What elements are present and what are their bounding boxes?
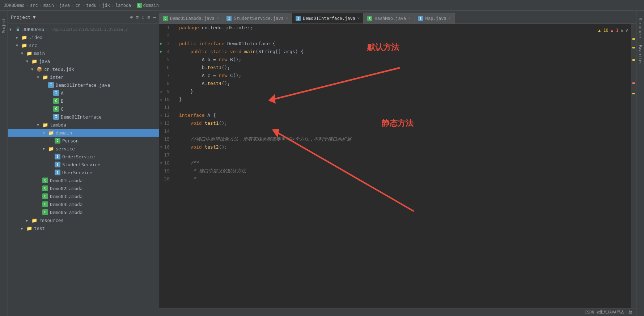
tab-demo05lambda[interactable]: CDemo05Lambda.java× (159, 13, 223, 24)
run-btn-4[interactable]: ▶ (160, 48, 162, 56)
breadcrumb-item-jdk8demo[interactable]: JDK8Demo (4, 3, 25, 8)
breadcrumb-item-tedu[interactable]: tedu (86, 3, 97, 8)
fold-btn-9[interactable]: ⊟ (160, 87, 162, 95)
tab-label-hashmap: HashMap.java (374, 16, 406, 21)
sidebar-header-icons: ⊕ ≡ ↕ ⚙ — (130, 14, 156, 20)
breadcrumb-item-main[interactable]: main (43, 3, 54, 8)
tree-item-resources-folder[interactable]: ▶📁resources (8, 216, 159, 224)
sidebar-icon-settings[interactable]: ⚙ (147, 14, 150, 20)
tree-item-demo04lambda[interactable]: CDemo04Lambda (8, 200, 159, 208)
tree-item-c-class[interactable]: CC (8, 105, 159, 113)
tree-item-b-class[interactable]: CB (8, 97, 159, 105)
tree-item-lambda-folder[interactable]: ▼📁lambda (8, 121, 159, 129)
tree-item-test-folder[interactable]: ▶📁test (8, 224, 159, 232)
line-num-19: 19 (159, 167, 173, 175)
tab-close-demo05lambda[interactable]: × (217, 16, 219, 21)
tree-label-service-folder: service (56, 146, 75, 151)
tree-arrow-jdk8demo-root: ▼ (9, 27, 14, 31)
sidebar-title: Project ▼ (11, 14, 36, 20)
sidebar-icon-collapse[interactable]: ≡ (136, 14, 139, 20)
tab-demo01interface[interactable]: IDemo01Interface.java× (292, 13, 364, 24)
tree-icon-orderservice: I (54, 154, 61, 159)
favorites-vtab[interactable]: Favorites (638, 45, 642, 64)
code-line-17 (179, 151, 627, 159)
sidebar-icon-scope[interactable]: ⊕ (130, 14, 133, 20)
tree-item-service-folder[interactable]: ▼📁service (8, 145, 159, 153)
annotation-static: 静态方法 (382, 118, 414, 129)
tab-map[interactable]: IMap.java× (415, 13, 455, 24)
tree-item-idea-folder[interactable]: ▶📁.idea (8, 33, 159, 41)
tree-item-demo03lambda[interactable]: CDemo03Lambda (8, 192, 159, 200)
tab-close-studentservice[interactable]: × (286, 16, 288, 21)
tree-item-demo01interface-java[interactable]: IDemo01Interface.java (8, 81, 159, 89)
line-num-1: 1 (159, 24, 173, 32)
tree-label-idea-folder: .idea (29, 35, 43, 40)
structure-vtab[interactable]: Structure (638, 18, 642, 38)
tree-arrow-idea-folder: ▶ (16, 35, 21, 39)
tree-item-a-class[interactable]: IA (8, 89, 159, 97)
tab-close-map[interactable]: × (449, 16, 451, 21)
tree-item-studentservice[interactable]: IStudentService (8, 161, 159, 168)
tree-icon-studentservice: I (54, 162, 61, 167)
tab-studentservice[interactable]: IStudentService.java× (223, 13, 292, 24)
tab-close-demo01interface[interactable]: × (357, 16, 360, 21)
tree-label-b-class: B (61, 98, 64, 104)
tree-icon-lambda-folder: 📁 (42, 122, 48, 128)
sidebar-icon-sort[interactable]: ↕ (142, 14, 145, 20)
project-dropdown-arrow[interactable]: ▼ (33, 14, 36, 20)
tree-item-inter-folder[interactable]: ▼📁inter (8, 73, 159, 81)
tree-item-main-folder[interactable]: ▼📁main (8, 49, 159, 57)
editor-area: ▲ 10 ▲ 1 ∧ ∨ 12▶3▶45678⊟9⊟1011⊡12⊡131415… (159, 24, 636, 316)
code-content: package cn.tedu.jdk.inter; public interf… (175, 24, 631, 183)
tree-icon-domain-folder: 📁 (48, 130, 54, 136)
tree-extra-jdk8demo-root: F:\Application\IDEA2021.1.3\Idea.y (46, 27, 128, 32)
code-line-11 (179, 103, 627, 111)
main-layout: Project Project ▼ ⊕ ≡ ↕ ⚙ — ▼🖥JDK8DemoF:… (0, 11, 644, 316)
breadcrumb-item-src[interactable]: src (30, 3, 38, 8)
right-vtabs: Structure Favorites (636, 11, 644, 316)
code-area[interactable]: package cn.tedu.jdk.inter; public interf… (175, 24, 631, 308)
fold-btn-10[interactable]: ⊟ (160, 95, 162, 103)
fold-btn-16[interactable]: ⊡ (160, 143, 162, 151)
tree-icon-idea-folder: 📁 (21, 34, 27, 40)
tree-item-demo02lambda[interactable]: CDemo02Lambda (8, 184, 159, 192)
tree-item-src-folder[interactable]: ▼📁src (8, 41, 159, 49)
scrollbar-right[interactable] (631, 24, 636, 308)
tab-close-hashmap[interactable]: × (408, 16, 411, 21)
run-btn-3[interactable]: ▶ (160, 40, 162, 48)
sidebar-vtab-label[interactable]: Project (2, 18, 6, 33)
tab-icon-map: I (418, 16, 423, 21)
tree-icon-demo01interface: I (53, 114, 59, 120)
tree-item-demo05lambda[interactable]: CDemo05Lambda (8, 208, 159, 216)
code-line-2 (179, 32, 627, 40)
tree-item-jdk8demo-root[interactable]: ▼🖥JDK8DemoF:\Application\IDEA2021.1.3\Id… (8, 25, 159, 33)
tree-icon-a-class: I (53, 90, 59, 96)
code-line-10: } (179, 95, 627, 103)
bottom-bar: CSDN @北京JAVA码农一枚 (159, 308, 636, 316)
tree-item-domain-folder[interactable]: ▼📁domain (8, 129, 159, 137)
fold-btn-18[interactable]: ⊟ (160, 159, 162, 167)
breadcrumb-item-domain[interactable]: domain (143, 3, 159, 8)
line-num-8: 8 (159, 80, 173, 87)
tree-label-resources-folder: resources (39, 218, 64, 223)
tree-item-userservice[interactable]: IUserService (8, 168, 159, 176)
breadcrumb-item-jdk[interactable]: jdk (102, 3, 110, 8)
tree-item-demo01lambda[interactable]: CDemo01Lambda (8, 176, 159, 184)
tab-hashmap[interactable]: CHashMap.java× (364, 13, 414, 24)
code-line-15: //接口中新增抽象方法，所有实现类都需要重写这个方法，不利于接口的扩展 (179, 135, 627, 143)
tree-item-person-class[interactable]: CPerson (8, 137, 159, 145)
tree-item-cn-tedu-jdk[interactable]: ▼📦cn.tedu.jdk (8, 65, 159, 73)
breadcrumb-item-lambda[interactable]: lambda (115, 3, 131, 8)
breadcrumb-item-cn[interactable]: cn (75, 3, 80, 8)
tree-label-demo02lambda: Demo02Lambda (50, 186, 82, 191)
tree-item-demo01interface[interactable]: IDemo01Interface (8, 113, 159, 121)
line-num-20: 20 (159, 175, 173, 183)
fold-btn-12[interactable]: ⊡ (160, 111, 162, 119)
tree-item-java-folder[interactable]: ▼📁java (8, 57, 159, 65)
sidebar-icon-minimize[interactable]: — (153, 14, 156, 20)
tree-item-orderservice[interactable]: IOrderService (8, 153, 159, 161)
scroll-marker-warning3 (632, 59, 635, 61)
fold-btn-13[interactable]: ⊡ (160, 119, 162, 127)
tree-arrow-cn-tedu-jdk: ▼ (31, 67, 36, 71)
breadcrumb-item-java[interactable]: java (59, 3, 70, 8)
